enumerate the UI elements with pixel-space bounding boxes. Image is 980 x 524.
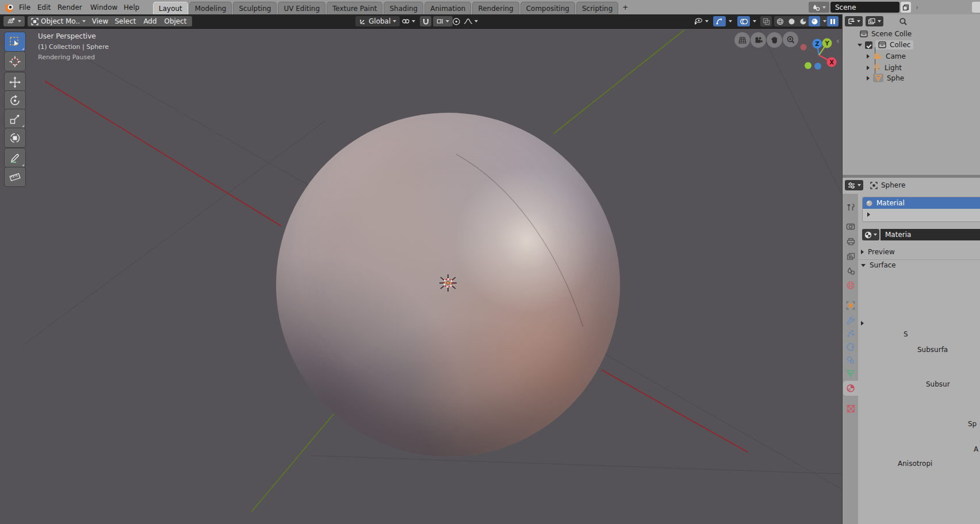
tool-scale[interactable] xyxy=(4,109,26,129)
transform-orientation-dropdown[interactable]: Global xyxy=(355,16,400,26)
slot-list-expand-icon[interactable] xyxy=(867,212,870,217)
chevron-down-icon xyxy=(858,184,861,186)
shading-solid-button[interactable] xyxy=(786,16,797,26)
new-scene-button[interactable] xyxy=(901,2,911,13)
outliner-display-mode-dropdown[interactable] xyxy=(866,16,883,26)
gizmos-dropdown[interactable] xyxy=(729,20,732,22)
surface-panel-header[interactable]: Surface xyxy=(861,261,896,269)
add-workspace-button[interactable]: + xyxy=(619,0,631,14)
snap-increment-icon xyxy=(437,18,443,25)
expand-arrow-icon[interactable] xyxy=(858,44,862,47)
tool-cursor[interactable] xyxy=(4,51,26,71)
pan-view-button[interactable] xyxy=(767,32,782,48)
axis-gizmo[interactable]: Z Y X xyxy=(799,36,840,76)
shading-mode-group xyxy=(774,16,829,26)
tool-annotate[interactable] xyxy=(4,148,26,168)
tab-object-data[interactable] xyxy=(843,366,858,381)
tab-texture[interactable] xyxy=(843,401,858,416)
outliner-editor-type-dropdown[interactable] xyxy=(845,16,863,26)
snap-element-dropdown[interactable] xyxy=(433,16,453,26)
browse-material-dropdown[interactable] xyxy=(862,229,879,240)
editor-type-dropdown[interactable] xyxy=(3,16,25,26)
panel-collapse-chevron[interactable]: ‹ xyxy=(836,36,840,45)
shading-rendered-button[interactable] xyxy=(809,16,820,26)
tab-render[interactable] xyxy=(843,219,858,234)
tool-move[interactable] xyxy=(4,72,26,92)
tab-scene[interactable] xyxy=(843,263,858,278)
collection-checkbox[interactable] xyxy=(865,41,872,49)
tab-rendering[interactable]: Rendering xyxy=(472,2,519,14)
expand-arrow-icon[interactable] xyxy=(867,54,870,59)
outliner-row-collection[interactable]: Collec xyxy=(858,40,913,49)
show-object-types-dropdown[interactable] xyxy=(694,16,709,26)
overlays-dropdown[interactable] xyxy=(753,20,756,22)
menu-help[interactable]: Help xyxy=(119,0,144,14)
add-menu-label: Add xyxy=(143,17,156,25)
tool-measure[interactable] xyxy=(4,167,26,187)
scene-name-field[interactable]: Scene xyxy=(830,2,899,13)
zoom-view-button[interactable] xyxy=(783,32,798,47)
tab-compositing[interactable]: Compositing xyxy=(520,2,575,14)
gizmos-toggle[interactable] xyxy=(713,16,726,26)
tool-rotate[interactable] xyxy=(4,90,26,110)
tab-sculpting[interactable]: Sculpting xyxy=(233,2,277,14)
tab-world[interactable] xyxy=(843,278,858,293)
menu-render[interactable]: Render xyxy=(53,0,87,14)
object-menu[interactable]: Object xyxy=(159,16,192,26)
snap-toggle-button[interactable] xyxy=(420,16,431,26)
outliner-row-sphere[interactable]: Sphe xyxy=(867,74,904,82)
outliner-row-scene-collection[interactable]: Scene Colle xyxy=(860,30,912,38)
tab-animation[interactable]: Animation xyxy=(424,2,471,14)
outliner-row-light[interactable]: Light xyxy=(867,63,902,72)
menu-window[interactable]: Window xyxy=(86,0,122,14)
perspective-toggle-button[interactable] xyxy=(734,32,750,48)
render-pause-button[interactable] xyxy=(827,16,839,26)
menu-file[interactable]: File xyxy=(14,0,35,14)
viewport-3d[interactable] xyxy=(0,28,841,524)
outliner-search-icon[interactable] xyxy=(899,17,908,26)
shading-wireframe-button[interactable] xyxy=(774,16,786,26)
outliner-row-camera[interactable]: Came xyxy=(867,52,906,60)
tool-transform[interactable] xyxy=(4,128,26,148)
shading-dropdown[interactable] xyxy=(823,20,826,22)
overlays-toggle[interactable] xyxy=(737,16,750,26)
mesh-object-icon xyxy=(874,74,882,82)
menu-edit[interactable]: Edit xyxy=(33,0,55,14)
camera-view-button[interactable] xyxy=(751,32,766,48)
tab-object[interactable] xyxy=(843,298,858,313)
tree-connector xyxy=(875,47,875,77)
view-layer-partial-button[interactable] xyxy=(972,2,980,13)
tool-box-select[interactable] xyxy=(4,32,26,52)
xray-toggle[interactable] xyxy=(760,16,772,26)
tab-material[interactable] xyxy=(843,381,858,396)
material-name-field[interactable]: Materia xyxy=(881,229,980,240)
mode-dropdown[interactable]: Object Mo.. xyxy=(28,16,90,26)
expand-arrow-icon[interactable] xyxy=(867,76,870,81)
tab-tool[interactable] xyxy=(843,200,858,215)
tab-uv-editing[interactable]: UV Editing xyxy=(278,2,326,14)
properties-editor-type-dropdown[interactable] xyxy=(845,180,863,190)
proportional-falloff-dropdown[interactable] xyxy=(464,16,478,26)
snap-target-dropdown[interactable] xyxy=(401,16,415,26)
tab-view-layer[interactable] xyxy=(843,249,858,264)
tab-layout[interactable]: Layout xyxy=(153,2,188,14)
tab-scripting[interactable]: Scripting xyxy=(576,2,618,14)
preview-panel-header[interactable]: Preview xyxy=(861,248,895,256)
scene-properties-dropdown[interactable] xyxy=(809,2,829,13)
field-label-subsurface-color: Subsur xyxy=(926,380,950,388)
chevron-down-icon xyxy=(393,20,396,22)
row-label: Scene Colle xyxy=(871,30,912,38)
chevron-down-icon xyxy=(412,20,415,22)
material-slot-item[interactable]: Material xyxy=(863,197,980,209)
blender-logo-icon[interactable] xyxy=(3,1,16,14)
shader-expand-arrow[interactable] xyxy=(861,321,864,326)
tab-texture-paint[interactable]: Texture Paint xyxy=(327,2,382,14)
snap-link-icon xyxy=(401,17,410,25)
expand-arrow-icon[interactable] xyxy=(867,66,870,70)
tab-output[interactable] xyxy=(843,234,858,249)
shading-material-button[interactable] xyxy=(797,16,809,26)
tab-shading[interactable]: Shading xyxy=(384,2,423,14)
proportional-edit-toggle[interactable] xyxy=(452,16,461,26)
breadcrumb-object-name: Sphere xyxy=(881,181,905,189)
tab-modeling[interactable]: Modeling xyxy=(189,2,232,14)
